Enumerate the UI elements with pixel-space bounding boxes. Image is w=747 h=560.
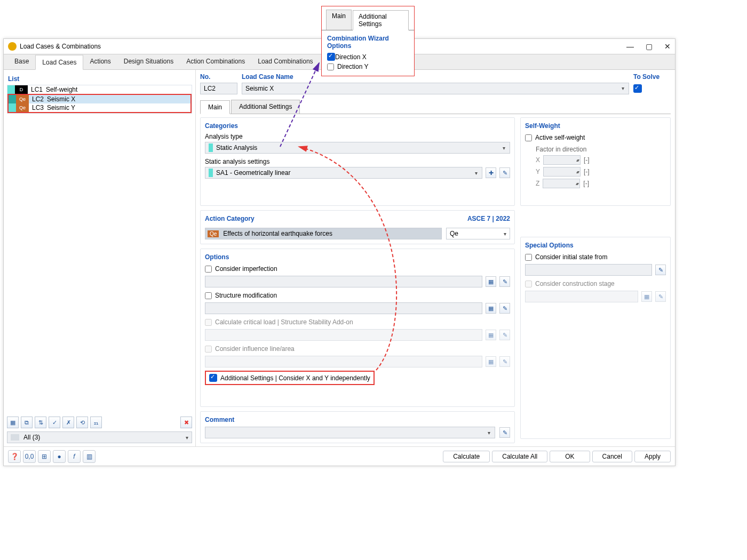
initial-state-field xyxy=(525,264,652,276)
initial-state-checkbox[interactable]: Consider initial state from xyxy=(525,253,666,261)
name-dropdown[interactable]: Seismic X xyxy=(242,83,629,94)
calendar-icon[interactable]: ▥ xyxy=(83,450,96,463)
ok-button[interactable]: OK xyxy=(550,451,590,462)
sas-dropdown[interactable]: SA1 - Geometrically linear xyxy=(205,167,482,179)
inner-tab-additional[interactable]: Additional Settings xyxy=(231,100,300,114)
uncheck-icon[interactable]: ✗ xyxy=(62,417,74,428)
color-icon[interactable]: ● xyxy=(53,450,66,463)
axis-z: Z xyxy=(536,180,539,187)
no-field[interactable]: LC2 xyxy=(200,83,237,94)
tag-badge: D xyxy=(15,85,28,94)
load-case-list: D LC1 Self-weight Qe LC2 Seismic X Qe LC… xyxy=(7,85,192,114)
critical-checkbox: Calculate critical load | Structure Stab… xyxy=(205,318,510,326)
categories-panel: Categories Analysis type Static Analysis… xyxy=(200,117,515,206)
new-icon: ▦ xyxy=(641,291,652,302)
list-item[interactable]: Qe LC2 Seismic X xyxy=(9,95,190,103)
options-title: Options xyxy=(205,253,510,261)
edit-settings-icon[interactable]: ✎ xyxy=(499,167,510,178)
copy-icon[interactable]: ⧉ xyxy=(21,417,33,428)
main-window: Load Cases & Combinations — ▢ ✕ Base Loa… xyxy=(3,38,676,466)
units-icon[interactable]: 0,0 xyxy=(23,450,36,463)
structure-mod-checkbox[interactable]: Structure modification xyxy=(205,292,510,299)
structure-mod-field xyxy=(205,302,482,314)
additional-settings-checkbox[interactable]: Additional Settings | Consider X and Y i… xyxy=(205,371,375,385)
action-category-value: Qe Effects of horizontal earthquake forc… xyxy=(205,228,442,239)
tree-icon[interactable]: ⊞ xyxy=(38,450,51,463)
callout-tab-main[interactable]: Main xyxy=(326,10,352,30)
action-category-panel: Action Category ASCE 7 | 2022 Qe Effects… xyxy=(200,210,515,244)
list-item[interactable]: D LC1 Self-weight xyxy=(7,85,192,94)
additional-label: Additional Settings | Consider X and Y i… xyxy=(220,374,370,382)
analysis-type-dropdown[interactable]: Static Analysis xyxy=(205,142,510,154)
checkbox-on-icon xyxy=(327,53,335,61)
direction-y-label: Direction Y xyxy=(337,63,368,70)
axis-y: Y xyxy=(536,168,540,175)
action-short-dropdown[interactable]: Qe xyxy=(446,228,510,239)
factor-y-spinner xyxy=(543,167,581,177)
analysis-type-label: Analysis type xyxy=(205,133,510,140)
tab-actions[interactable]: Actions xyxy=(83,54,117,69)
comment-edit-icon[interactable]: ✎ xyxy=(499,427,510,438)
active-selfweight-checkbox[interactable]: Active self-weight xyxy=(525,134,666,141)
comment-dropdown[interactable] xyxy=(205,427,495,438)
critical-field xyxy=(205,329,482,341)
help-icon[interactable]: ❓ xyxy=(8,450,21,463)
selfweight-panel: Self-Weight Active self-weight Factor in… xyxy=(520,117,671,206)
imperfection-field xyxy=(205,276,482,287)
check-icon[interactable]: ✓ xyxy=(49,417,60,428)
tab-base[interactable]: Base xyxy=(8,54,35,69)
categories-title: Categories xyxy=(205,122,510,130)
list-filter-dropdown[interactable]: All (3) ▾ xyxy=(7,431,192,443)
edit-icon: ✎ xyxy=(499,356,510,367)
influence-checkbox: Consider influence line/area xyxy=(205,345,510,353)
cancel-button[interactable]: Cancel xyxy=(592,451,632,462)
edit-icon[interactable]: ✎ xyxy=(499,303,510,314)
direction-y-box[interactable] xyxy=(327,63,334,70)
tag-badge: Qe xyxy=(16,103,29,112)
list-item[interactable]: Qe LC3 Seismic Y xyxy=(9,103,190,112)
new-icon[interactable]: ▦ xyxy=(486,276,496,287)
lc-code: LC1 xyxy=(28,86,44,93)
apply-button[interactable]: Apply xyxy=(634,451,671,462)
tab-load-combinations[interactable]: Load Combinations xyxy=(251,54,319,69)
lc-name: Seismic X xyxy=(45,95,75,103)
new-settings-icon[interactable]: ✚ xyxy=(486,167,496,178)
sort-icon[interactable]: ⇅ xyxy=(35,417,46,428)
new-icon: ▦ xyxy=(486,356,496,367)
new-icon[interactable]: ▦ xyxy=(486,303,496,314)
options-panel: Options Consider imperfection ▦✎ Structu… xyxy=(200,249,515,407)
callout-panel: Main Additional Settings Combination Wiz… xyxy=(321,6,415,76)
calculate-all-button[interactable]: Calculate All xyxy=(492,451,547,462)
to-solve-checkbox[interactable] xyxy=(633,84,642,93)
axis-x: X xyxy=(536,156,540,164)
inner-tab-main[interactable]: Main xyxy=(200,100,230,114)
edit-icon: ✎ xyxy=(499,330,510,340)
new-icon: ▦ xyxy=(486,330,496,340)
lc-code: LC3 xyxy=(29,104,45,111)
factor-label: Factor in direction xyxy=(536,146,666,153)
function-icon[interactable]: f xyxy=(68,450,81,463)
direction-y-checkbox[interactable]: Direction Y xyxy=(327,63,409,70)
new-icon[interactable]: ▦ xyxy=(7,417,19,428)
calculate-button[interactable]: Calculate xyxy=(443,451,490,462)
influence-field xyxy=(205,356,482,367)
imperfection-checkbox[interactable]: Consider imperfection xyxy=(205,265,510,273)
lc-code: LC2 xyxy=(29,95,45,103)
direction-x-label: Direction X xyxy=(335,53,367,61)
tab-load-cases[interactable]: Load Cases xyxy=(35,55,83,70)
filter-value: All (3) xyxy=(23,434,40,441)
name-label: Load Case Name xyxy=(242,73,629,81)
minimize-icon[interactable]: — xyxy=(626,42,634,51)
edit-icon[interactable]: ✎ xyxy=(655,265,666,275)
renumber-icon[interactable]: ₂₁ xyxy=(90,417,102,428)
action-title: Action Category xyxy=(205,215,255,222)
tab-design-situations[interactable]: Design Situations xyxy=(117,54,180,69)
maximize-icon[interactable]: ▢ xyxy=(646,42,653,51)
close-icon[interactable]: ✕ xyxy=(664,42,671,51)
delete-icon[interactable]: ✖ xyxy=(180,417,192,428)
refresh-icon[interactable]: ⟲ xyxy=(76,417,88,428)
tab-action-combinations[interactable]: Action Combinations xyxy=(180,54,251,69)
direction-x-checkbox[interactable]: Direction X xyxy=(327,53,409,61)
edit-icon[interactable]: ✎ xyxy=(499,276,510,287)
callout-tab-additional[interactable]: Additional Settings xyxy=(353,10,409,30)
